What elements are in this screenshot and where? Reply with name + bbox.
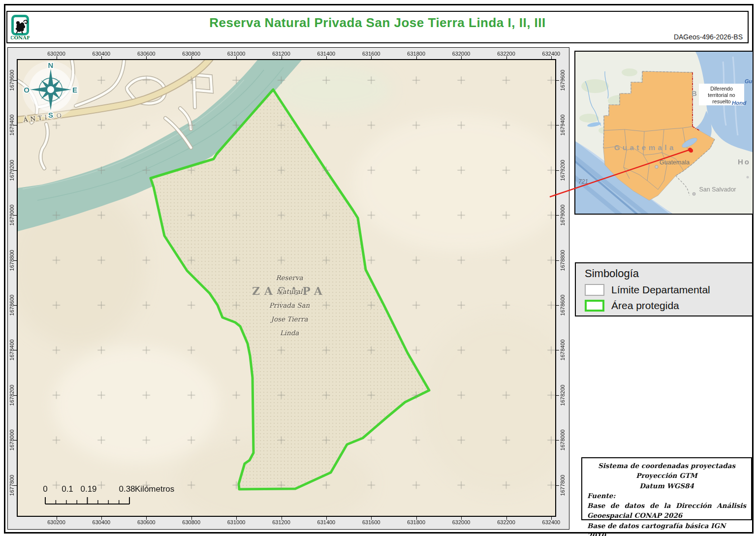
protected-area-swatch <box>585 300 604 312</box>
honduras-label-fragment: Ho <box>738 158 751 166</box>
scale-tick-label: 0.19 <box>80 484 96 494</box>
inset-canvas: B Diferendo territorial no resuelto Gu H… <box>575 52 753 214</box>
capital-city-label: Guatemala <box>660 159 690 166</box>
source-heading: Fuente: <box>587 491 746 501</box>
legend-item-label: Área protegida <box>611 300 679 312</box>
legend-title: Simbología <box>585 267 752 280</box>
note-line: resuelto <box>712 98 731 104</box>
legend-item-label: Límite Departamental <box>611 284 710 296</box>
scale-tick-label: 0.38 <box>119 484 135 494</box>
gulf-label-fragment: Hond <box>732 100 747 106</box>
country-label: Guatemala <box>614 143 676 152</box>
scale-tick-label: 0 <box>43 484 47 494</box>
header: CONAP Reserva Natural Privada San Jose T… <box>6 11 749 43</box>
reserve-label-line: Reserva <box>276 274 303 282</box>
main-map-canvas: ÁNTICO ZACAPA Reserva Natural Privada Sa… <box>18 60 555 516</box>
note-line: Diferendo <box>710 86 733 92</box>
source-line: Base de datos de la Dirección Análisis G… <box>587 501 746 521</box>
inset-locator-map: B Diferendo territorial no resuelto Gu H… <box>574 51 754 215</box>
document-id: DAGeos-496-2026-BS <box>674 33 743 41</box>
belize-label-fragment: B <box>692 89 697 97</box>
metadata-box: Sistema de coordenadas proyectadas Proye… <box>581 457 752 520</box>
source-line: Base de datos cartografía básica IGN 201… <box>587 521 746 536</box>
san-salvador-dot <box>693 192 695 195</box>
gulf-label-fragment: Gu <box>745 78 753 84</box>
projection-line: Proyección GTM <box>587 471 746 480</box>
datum-line: Datum WGS84 <box>587 481 746 491</box>
legend-item-protected-area: Área protegida <box>585 300 752 312</box>
reserve-label-line: Linda <box>280 329 300 337</box>
compass-west-label: O <box>24 86 30 94</box>
main-map: ÁNTICO ZACAPA Reserva Natural Privada Sa… <box>17 59 556 517</box>
note-line: territorial no <box>708 92 735 98</box>
map-sheet: CONAP Reserva Natural Privada San Jose T… <box>0 0 756 536</box>
legend: Simbología Límite Departamental Área pro… <box>575 262 753 316</box>
reserve-location-dot <box>689 149 693 153</box>
scale-tick-label: 0.1 <box>62 484 73 494</box>
san-salvador-label: San Salvador <box>699 186 736 193</box>
crs-line: Sistema de coordenadas proyectadas <box>587 461 746 471</box>
reserve-label-line: Natural <box>277 287 303 295</box>
city-dot <box>747 176 749 179</box>
logo-text: CONAP <box>11 35 30 40</box>
page-title: Reserva Natural Privada San Jose Tierra … <box>7 15 748 31</box>
compass-north-label: N <box>48 61 54 69</box>
compass-south-label: S <box>48 111 53 119</box>
reserve-label-line: Privada San <box>269 301 310 309</box>
road-number-label: 721 <box>578 178 588 185</box>
capital-city-dot <box>655 165 658 168</box>
compass-east-label: E <box>72 86 77 94</box>
reserve-label-line: Jose Tierra <box>270 315 308 323</box>
departmental-boundary-swatch <box>585 284 604 296</box>
scale-unit-label: Kilómetros <box>135 484 174 494</box>
legend-item-departmental: Límite Departamental <box>585 284 752 296</box>
